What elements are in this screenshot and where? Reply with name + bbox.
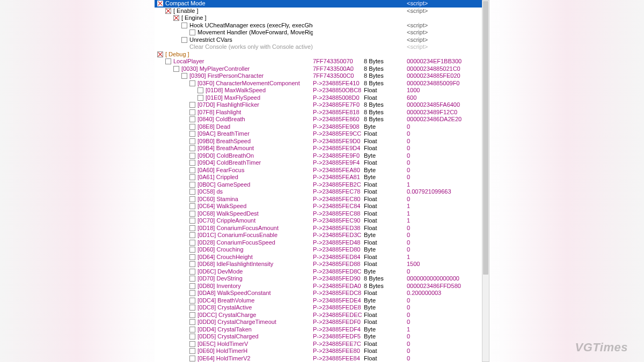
cell-value[interactable]: 1 — [407, 217, 488, 225]
checkbox[interactable] — [189, 218, 195, 224]
table-row[interactable]: [0C64] WalkSpeedP->234885FEC84Float1 — [155, 203, 488, 210]
cell-value[interactable]: 1 — [407, 181, 488, 189]
table-row[interactable]: [0C70] CrippleAmountP->234885FEC90Float1 — [155, 217, 488, 225]
table-row[interactable]: Movement Handler (MoveForward, MoveRight… — [155, 29, 488, 36]
checkbox[interactable] — [189, 109, 195, 115]
cell-value[interactable]: 0000023486DA2E20 — [407, 116, 488, 123]
table-row[interactable]: [0E60] HoldTimerHP->234885FEE80Float0 — [155, 348, 488, 355]
table-row[interactable]: Unrestrict CVars<script> — [155, 36, 488, 44]
checkbox[interactable] — [189, 305, 195, 311]
table-row[interactable]: [09B4] BreathAmountP->234885FE9D4Float0 — [155, 145, 488, 152]
cell-value[interactable]: 00000234885009F0 — [407, 80, 488, 87]
table-row[interactable]: [0390] FirstPersonCharacter7FF7433500C08… — [155, 72, 488, 80]
table-row[interactable]: [0DC8] CrystalActiveP->234885FEDE8Byte0 — [155, 304, 488, 312]
cell-value[interactable]: 0 — [407, 196, 488, 203]
table-row[interactable]: [0D60] CrouchingP->234885FED80Byte0 — [155, 246, 488, 254]
table-row[interactable]: [0D68] IdleFlashlightIntensityP->234885F… — [155, 261, 488, 268]
checkbox[interactable] — [189, 167, 195, 173]
cell-value[interactable]: 0000023485FA6400 — [407, 101, 488, 109]
checkbox[interactable] — [189, 160, 195, 166]
cell-value[interactable]: 0 — [407, 304, 488, 312]
checkbox[interactable] — [189, 240, 195, 246]
table-row[interactable]: [01D8] MaxWalkSpeedP->2348850OBC8Float10… — [155, 87, 488, 94]
table-row[interactable]: [0030] MyPlayerController7FF7433500A08 B… — [155, 65, 488, 73]
checkbox[interactable] — [189, 327, 195, 333]
table-row[interactable]: [0B0C] GameSpeedP->234885FEB2CFloat1 — [155, 181, 488, 189]
checkbox[interactable] — [173, 15, 179, 21]
cell-value[interactable]: <script> — [407, 36, 488, 44]
cell-value[interactable]: 0 — [407, 319, 488, 326]
table-row[interactable]: [07F8] FlashlightP->234885FE8188 Bytes00… — [155, 109, 488, 116]
checkbox[interactable] — [189, 211, 195, 217]
checkbox[interactable] — [189, 131, 195, 137]
table-row[interactable]: [0DA8] WalkSpeedConstantP->234885FEDC8Fl… — [155, 290, 488, 297]
table-row[interactable]: [0A60] FearFocusP->234885FEA80Byte0 — [155, 167, 488, 174]
table-row[interactable]: [01E0] MaxFlySpeedP->234885008D0Float600 — [155, 94, 488, 102]
table-row[interactable]: [09B0] BreathSpeedP->234885FE9D0Float0 — [155, 138, 488, 145]
cell-value[interactable]: 0.200000003 — [407, 290, 488, 297]
table-row[interactable]: [ Engine ] — [155, 14, 488, 22]
table-row[interactable]: [0E64] HoldTimerV2P->234885FEE84Float0 — [155, 355, 488, 363]
checkbox[interactable] — [197, 87, 203, 93]
cell-value[interactable]: 0 — [407, 167, 488, 174]
table-row[interactable]: [0D6C] DevModeP->234885FED8CByte0 — [155, 268, 488, 276]
cell-value[interactable]: 0 — [407, 268, 488, 276]
checkbox[interactable] — [173, 66, 179, 72]
checkbox[interactable] — [189, 29, 195, 35]
table-row[interactable]: [0D1C] ConariumFocusEnableP->234885FED3C… — [155, 232, 488, 239]
checkbox[interactable] — [181, 23, 187, 28]
table-row[interactable]: Clear Console (works only with Console a… — [155, 43, 488, 51]
checkbox[interactable] — [189, 174, 195, 180]
cell-value[interactable]: 600 — [407, 94, 488, 102]
checkbox[interactable] — [189, 153, 195, 159]
table-row[interactable]: [09AC] BreathTimerP->234885FE9CCFloat0 — [155, 130, 488, 138]
table-row[interactable]: [09D4] ColdBreathTimerP->234885FE9F4Floa… — [155, 159, 488, 167]
checkbox[interactable] — [189, 189, 195, 195]
cell-value[interactable]: <script> — [407, 8, 488, 15]
cell-value[interactable]: 0 — [407, 159, 488, 167]
table-row[interactable]: [0DCC] CrystalChargeP->234885FEDECFloat0 — [155, 312, 488, 319]
table-row[interactable]: [ Enable ]<script> — [155, 8, 488, 15]
table-row[interactable]: [0DD5] CrystalChargedP->234885FEDF5Byte0 — [155, 333, 488, 341]
cell-value[interactable]: 0 — [407, 232, 488, 239]
table-row[interactable]: [0E5C] HoldTimerVP->234885FEE7CFloat0 — [155, 341, 488, 348]
checkbox[interactable] — [189, 182, 195, 188]
table-row[interactable]: [08E8] DeadP->234885FE908Byte0 — [155, 123, 488, 131]
cell-value[interactable]: 0 — [407, 312, 488, 319]
cell-value[interactable]: 1 — [407, 203, 488, 210]
checkbox[interactable] — [189, 283, 195, 289]
table-row[interactable]: [0A61] CrippledP->234885FEA81Byte0 — [155, 174, 488, 181]
checkbox[interactable] — [189, 269, 195, 275]
table-row[interactable]: [0DD0] CrystalChargeTimeoutP->234885FEDF… — [155, 319, 488, 326]
cell-value[interactable]: 0 — [407, 138, 488, 145]
checkbox[interactable] — [189, 341, 195, 347]
checkbox[interactable] — [189, 145, 195, 151]
cell-value[interactable]: 0 — [407, 145, 488, 152]
checkbox[interactable] — [189, 138, 195, 144]
table-row[interactable]: LocalPlayer7FF7433500708 Bytes00000234EF… — [155, 58, 488, 65]
table-row[interactable]: [09D0] ColdBreathOnP->234885FE9F0Byte0 — [155, 152, 488, 160]
checkbox[interactable] — [189, 225, 195, 231]
cell-value[interactable]: 0000023489F12C0 — [407, 109, 488, 116]
checkbox[interactable] — [189, 232, 195, 238]
checkbox[interactable] — [189, 319, 195, 325]
checkbox[interactable] — [189, 80, 195, 86]
cell-value[interactable]: 0 — [407, 355, 488, 363]
checkbox[interactable] — [189, 276, 195, 282]
table-row[interactable]: [0D18] ConariumFocusAmountP->234885FED38… — [155, 225, 488, 232]
cell-value[interactable]: 0 — [407, 174, 488, 181]
cell-value[interactable]: <script> — [407, 22, 488, 29]
cell-value[interactable]: 1 — [407, 210, 488, 218]
scrollbar-thumb[interactable] — [483, 1, 488, 275]
cell-value[interactable]: 00000234885021C0 — [407, 65, 488, 73]
cell-value[interactable]: <script> — [407, 43, 488, 51]
checkbox[interactable] — [181, 37, 187, 43]
table-row[interactable]: [0C68] WalkSpeedDestP->234885FEC88Float1 — [155, 210, 488, 218]
checkbox[interactable] — [157, 51, 163, 57]
cell-value[interactable]: 1000 — [407, 87, 488, 94]
table-row[interactable]: Hook UCheatManager execs (execFly, execG… — [155, 22, 488, 29]
table-row[interactable]: [07D0] FlashlightFlickerP->234885FE7F08 … — [155, 101, 488, 109]
cell-value[interactable]: <script> — [407, 0, 488, 8]
checkbox[interactable] — [165, 58, 171, 64]
table-row[interactable]: [0D80] InventoryP->234885FEDA08 Bytes000… — [155, 283, 488, 290]
